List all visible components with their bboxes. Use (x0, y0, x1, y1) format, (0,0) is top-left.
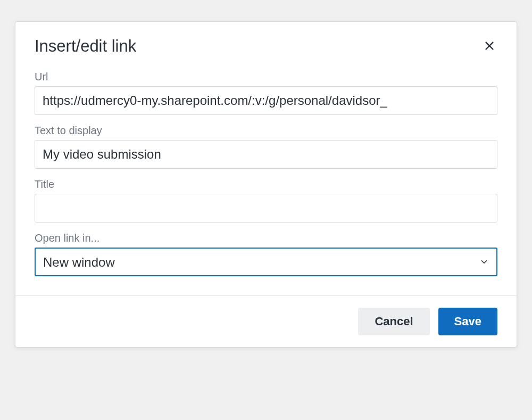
title-input[interactable] (35, 194, 497, 223)
dialog-body: Insert/edit link Url Text to display Tit… (15, 22, 517, 295)
text-to-display-input[interactable] (35, 140, 497, 169)
url-form-group: Url (35, 71, 497, 115)
url-input[interactable] (35, 86, 497, 115)
dialog-footer: Cancel Save (15, 295, 517, 347)
open-link-in-label: Open link in... (35, 232, 497, 244)
close-icon (484, 40, 495, 53)
url-label: Url (35, 71, 497, 83)
close-button[interactable] (481, 38, 497, 55)
save-button[interactable]: Save (438, 308, 497, 335)
open-link-in-select-wrapper: New window (35, 248, 497, 276)
text-to-display-label: Text to display (35, 125, 497, 137)
cancel-button[interactable]: Cancel (358, 308, 429, 335)
title-label: Title (35, 178, 497, 191)
open-link-in-form-group: Open link in... New window (35, 232, 497, 276)
insert-edit-link-dialog: Insert/edit link Url Text to display Tit… (15, 21, 517, 348)
dialog-header: Insert/edit link (35, 37, 497, 56)
text-to-display-form-group: Text to display (35, 125, 497, 169)
open-link-in-select[interactable]: New window (35, 248, 497, 276)
title-form-group: Title (35, 178, 497, 223)
dialog-title: Insert/edit link (35, 37, 136, 56)
